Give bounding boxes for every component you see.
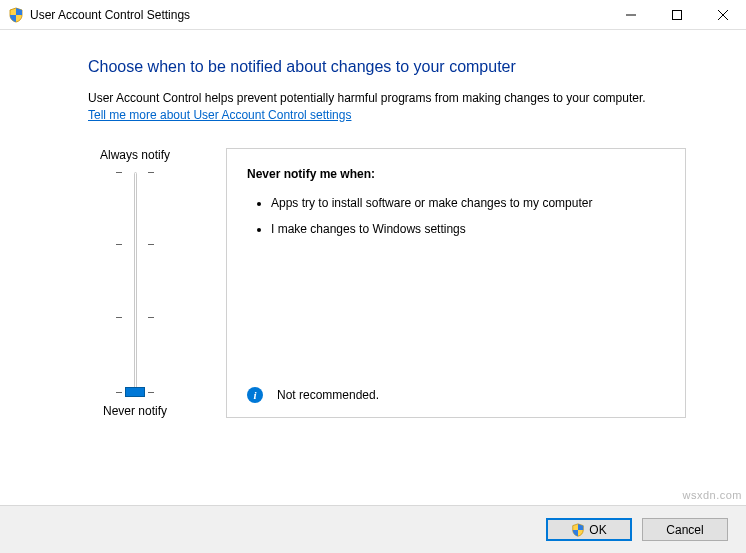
window-title: User Account Control Settings: [30, 8, 190, 22]
info-title: Never notify me when:: [247, 167, 665, 181]
notification-slider: Always notify Never notify: [88, 148, 182, 418]
status-text: Not recommended.: [277, 388, 379, 402]
close-button[interactable]: [700, 0, 746, 30]
info-bullet: Apps try to install software or make cha…: [271, 195, 665, 211]
notification-info-panel: Never notify me when: Apps try to instal…: [226, 148, 686, 418]
page-description: User Account Control helps prevent poten…: [88, 90, 686, 124]
content-area: Choose when to be notified about changes…: [0, 30, 746, 418]
slider-label-top: Always notify: [100, 148, 170, 162]
cancel-button[interactable]: Cancel: [642, 518, 728, 541]
svg-rect-1: [673, 10, 682, 19]
minimize-button[interactable]: [608, 0, 654, 30]
info-bullet: I make changes to Windows settings: [271, 221, 665, 237]
slider-label-bottom: Never notify: [103, 404, 167, 418]
learn-more-link[interactable]: Tell me more about User Account Control …: [88, 108, 351, 122]
titlebar: User Account Control Settings: [0, 0, 746, 30]
info-bullet-list: Apps try to install software or make cha…: [247, 195, 665, 247]
ok-button-label: OK: [589, 523, 606, 537]
watermark: wsxdn.com: [682, 489, 742, 501]
slider-track[interactable]: [123, 172, 147, 392]
shield-icon: [8, 7, 24, 23]
info-icon: i: [247, 387, 263, 403]
maximize-button[interactable]: [654, 0, 700, 30]
page-heading: Choose when to be notified about changes…: [88, 58, 686, 76]
slider-thumb[interactable]: [125, 387, 145, 397]
description-text: User Account Control helps prevent poten…: [88, 91, 646, 105]
cancel-button-label: Cancel: [666, 523, 703, 537]
dialog-footer: OK Cancel: [0, 505, 746, 553]
shield-icon: [571, 523, 585, 537]
ok-button[interactable]: OK: [546, 518, 632, 541]
